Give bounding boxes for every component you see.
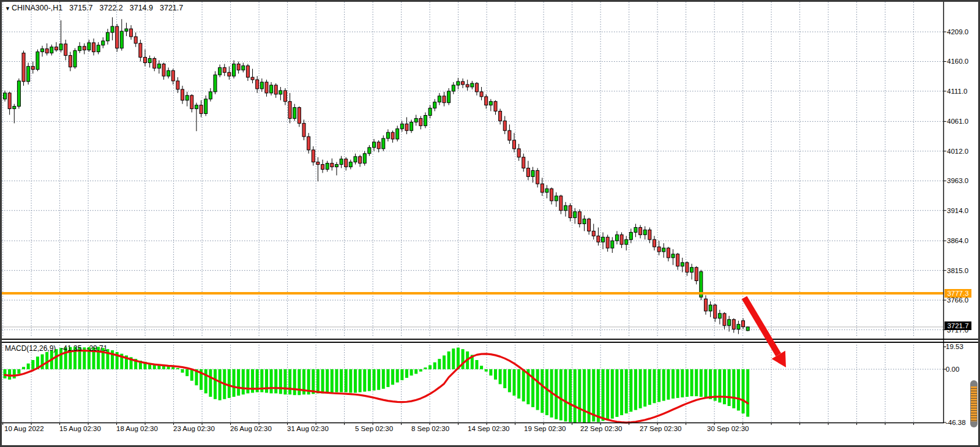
chart-canvas[interactable] [0,0,980,447]
ohlc-open: 3715.7 [69,4,92,12]
price-axis-label: 3963.0 [947,177,968,184]
ohlc-high: 3722.2 [100,4,123,12]
symbol-name: CHINA300-,H1 [12,4,62,12]
window-border-top [0,0,980,2]
macd-indicator-label: MACD(12,26,9) -41.35 -29.71 [5,344,107,353]
window-border-left [0,0,2,447]
price-axis-label: 4012.0 [947,148,968,155]
macd-axis-label: -46.38 [946,419,966,426]
scrollbar-grip-icon [971,386,977,421]
ohlc-close: 3721.7 [160,4,183,12]
time-axis-label: 31 Aug 02:30 [287,425,329,432]
time-axis-label: 8 Sep 02:30 [411,425,449,432]
bid-price-badge: 3721.7 [944,321,971,330]
macd-axis-label: 19.53 [946,343,963,350]
price-axis-label: 4111.0 [947,88,967,95]
symbol-dropdown-icon[interactable]: ▼CHINA300-,H1 [5,4,62,12]
time-axis-label: 30 Sep 02:30 [707,425,749,432]
time-axis-label: 5 Sep 02:30 [355,425,393,432]
macd-name: MACD(12,26,9) [5,344,56,353]
price-axis-label: 3914.0 [947,207,968,214]
ohlc-low: 3714.9 [130,4,153,12]
time-axis-label: 18 Aug 02:30 [116,425,158,432]
time-axis-label: 27 Sep 02:30 [640,425,681,432]
time-axis-label: 23 Aug 02:30 [173,425,215,432]
time-axis-label: 14 Sep 02:30 [468,425,509,432]
time-axis-label: 10 Aug 2022 [4,425,44,432]
price-axis-label: 3815.0 [947,267,968,274]
macd-signal-value: -29.71 [86,344,107,353]
chart-window: ▼CHINA300-,H1 3715.7 3722.2 3714.9 3721.… [0,0,980,447]
scrollbar-thumb[interactable] [970,380,978,427]
symbol-header: ▼CHINA300-,H1 3715.7 3722.2 3714.9 3721.… [5,4,183,12]
price-axis-label: 4160.0 [947,58,968,65]
time-axis-label: 19 Sep 02:30 [524,425,566,432]
price-axis-label: 3864.0 [947,237,968,244]
macd-main-value: -41.35 [61,344,81,353]
macd-axis-label: 0.00 [946,366,959,373]
price-line-badge: 3777.3 [944,289,971,298]
time-axis-label: 15 Aug 02:30 [59,425,101,432]
time-axis-label: 26 Aug 02:30 [230,425,272,432]
price-axis-label: 4209.0 [947,28,968,36]
time-axis-label: 22 Sep 02:30 [580,425,622,432]
price-axis-label: 4061.0 [947,118,968,125]
